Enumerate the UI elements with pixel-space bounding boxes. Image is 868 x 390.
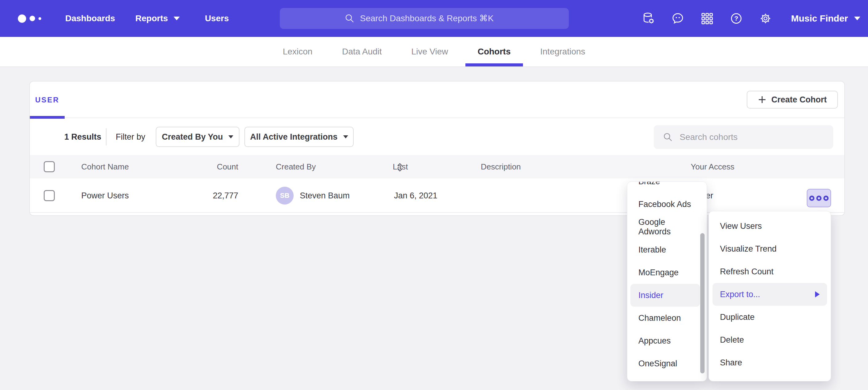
row-checkbox[interactable]	[44, 190, 55, 201]
menu-item-share[interactable]: Share	[709, 351, 831, 374]
top-nav: Dashboards Reports Users	[0, 0, 868, 37]
dot-icon	[816, 196, 822, 201]
chevron-down-icon	[854, 17, 860, 20]
menu-item-braze[interactable]: Braze	[627, 182, 707, 193]
submenu-arrow-icon	[815, 291, 820, 297]
divider	[106, 128, 106, 145]
avatar: SB	[276, 187, 293, 204]
export-destinations-submenu: Braze Facebook Ads Google Adwords Iterab…	[627, 182, 707, 381]
export-destinations-list: Braze Facebook Ads Google Adwords Iterab…	[627, 182, 707, 375]
last-modified-value: Jan 6, 2021	[394, 178, 437, 213]
filter-value: All Active Integrations	[250, 132, 337, 142]
tab-label: Lexicon	[283, 47, 313, 57]
nav-item-reports[interactable]: Reports	[135, 13, 180, 23]
feedback-icon[interactable]	[671, 12, 685, 25]
nav-item-dashboards[interactable]: Dashboards	[65, 13, 115, 23]
data-management-icon[interactable]	[642, 12, 655, 25]
menu-item-duplicate[interactable]: Duplicate	[709, 306, 831, 328]
project-selector[interactable]: Music Finder	[791, 13, 860, 24]
menu-item-visualize-trend[interactable]: Visualize Trend	[709, 237, 831, 260]
brand-logo-icon[interactable]	[18, 14, 41, 23]
plus-icon	[758, 95, 767, 104]
menu-item-label: Google Adwords	[639, 218, 695, 236]
tab-label: Cohorts	[478, 47, 510, 57]
menu-item-label: View Users	[720, 222, 762, 231]
col-description: Description	[481, 155, 521, 178]
created-by-value: Steven Baum	[300, 178, 350, 213]
table-header: Cohort Name Count Created By Last Modifi…	[30, 155, 844, 178]
filter-by-label: Filter by	[116, 119, 145, 155]
menu-item-label: OneSignal	[639, 359, 677, 368]
cohort-name-link[interactable]: Power Users	[81, 178, 129, 213]
tab-lexicon[interactable]: Lexicon	[283, 37, 313, 66]
chevron-down-icon	[343, 135, 348, 138]
help-icon[interactable]: ?	[730, 12, 743, 25]
svg-text:?: ?	[735, 15, 738, 22]
cohort-type-tabs: USER Create Cohort	[30, 82, 844, 118]
menu-item-label: Facebook Ads	[639, 200, 691, 209]
col-your-access: Your Access	[691, 155, 735, 178]
col-cohort-name: Cohort Name	[81, 155, 129, 178]
menu-item-label: Delete	[720, 335, 744, 345]
dot-icon	[809, 196, 814, 201]
create-cohort-button[interactable]: Create Cohort	[747, 91, 838, 108]
menu-item-label: Iterable	[639, 245, 666, 255]
menu-item-label: Appcues	[639, 336, 671, 346]
tab-data-audit[interactable]: Data Audit	[342, 37, 382, 66]
row-more-actions-button[interactable]	[807, 189, 831, 207]
cohort-count: 22,777	[178, 178, 238, 213]
tab-label: Data Audit	[342, 47, 382, 57]
nav-item-label: Users	[205, 13, 229, 23]
menu-item-onesignal[interactable]: OneSignal	[627, 352, 707, 375]
apps-grid-icon[interactable]	[700, 12, 714, 25]
menu-item-view-users[interactable]: View Users	[709, 215, 831, 237]
menu-item-label: Visualize Trend	[720, 244, 777, 254]
chevron-down-icon	[228, 135, 233, 138]
menu-item-label: Braze	[639, 182, 660, 186]
tab-user-cohorts[interactable]: USER	[30, 82, 65, 118]
col-created-by: Created By	[276, 155, 316, 178]
tab-live-view[interactable]: Live View	[411, 37, 448, 66]
dot-icon	[824, 196, 829, 201]
cohort-table-row: Power Users 22,777 SB Steven Baum Jan 6,…	[30, 178, 844, 213]
menu-item-google-adwords[interactable]: Google Adwords	[627, 216, 707, 238]
select-all-checkbox[interactable]	[44, 161, 55, 172]
menu-item-facebook-ads[interactable]: Facebook Ads	[627, 193, 707, 216]
global-search[interactable]	[280, 8, 569, 29]
global-search-input[interactable]	[360, 13, 505, 23]
cohorts-card: USER Create Cohort 1 Results Filter by C…	[29, 81, 845, 216]
menu-item-insider[interactable]: Insider	[630, 284, 700, 307]
chevron-down-icon	[174, 17, 180, 20]
menu-item-refresh-count[interactable]: Refresh Count	[709, 260, 831, 283]
created-by-filter-dropdown[interactable]: Created By You	[156, 127, 240, 147]
row-context-menu: View Users Visualize Trend Refresh Count…	[709, 211, 831, 381]
menu-item-appcues[interactable]: Appcues	[627, 329, 707, 352]
tab-label: Live View	[411, 47, 448, 57]
nav-item-users[interactable]: Users	[205, 13, 229, 23]
project-name: Music Finder	[791, 13, 848, 24]
search-icon	[662, 132, 674, 143]
cohort-search[interactable]	[654, 125, 833, 149]
cohorts-page: Dashboards Reports Users	[0, 0, 868, 390]
menu-item-label: Refresh Count	[720, 267, 774, 277]
col-last-modified[interactable]: Last Modified	[393, 155, 403, 178]
submenu-scrollbar[interactable]	[700, 233, 705, 373]
settings-gear-icon[interactable]	[759, 12, 772, 25]
results-count: 1 Results	[64, 119, 101, 155]
menu-item-moengage[interactable]: MoEngage	[627, 261, 707, 284]
filter-row: 1 Results Filter by Created By You All A…	[30, 119, 844, 155]
menu-item-iterable[interactable]: Iterable	[627, 238, 707, 261]
menu-item-label: Share	[720, 358, 742, 367]
menu-item-delete[interactable]: Delete	[709, 328, 831, 351]
menu-item-label: MoEngage	[639, 268, 679, 278]
cohort-search-input[interactable]	[680, 132, 815, 142]
menu-item-label: Chameleon	[639, 314, 681, 323]
tab-cohorts[interactable]: Cohorts	[478, 37, 510, 66]
tab-integrations[interactable]: Integrations	[540, 37, 585, 66]
integrations-filter-dropdown[interactable]: All Active Integrations	[244, 127, 354, 147]
tab-label: USER	[35, 96, 59, 104]
menu-item-export-to[interactable]: Export to...	[713, 283, 827, 306]
avatar-initials: SB	[280, 192, 290, 200]
search-icon	[344, 13, 355, 24]
menu-item-chameleon[interactable]: Chameleon	[627, 307, 707, 329]
